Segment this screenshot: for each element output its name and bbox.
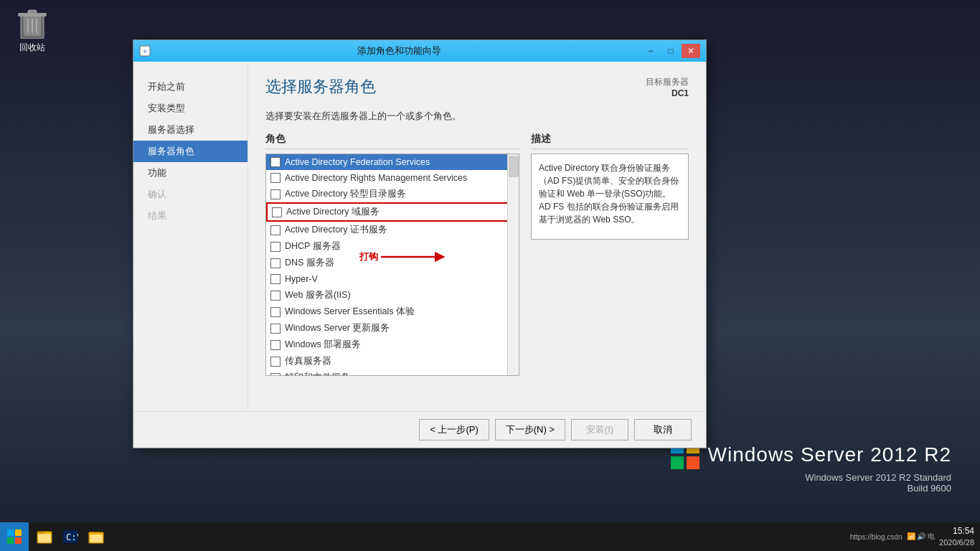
role-item-hyperv[interactable]: Hyper-V xyxy=(266,271,519,287)
role-label-wds: Windows 部署服务 xyxy=(285,339,361,351)
desc-column-header: 描述 xyxy=(531,133,689,149)
svg-rect-3 xyxy=(28,10,37,14)
dialog-title: 添加角色和功能向导 xyxy=(156,44,641,57)
next-button[interactable]: 下一步(N) > xyxy=(495,419,565,441)
install-button[interactable]: 安装(I) xyxy=(571,419,628,441)
win-branding: Windows Server 2012 R2 Windows Server 20… xyxy=(671,441,951,494)
scrollbar[interactable] xyxy=(507,154,519,375)
target-server-name: DC1 xyxy=(646,88,689,98)
nav-item-features[interactable]: 功能 xyxy=(133,162,248,184)
role-item-print[interactable]: 打印和文件服务 xyxy=(266,369,519,375)
nav-item-install-type[interactable]: 安装类型 xyxy=(133,98,248,119)
role-checkbox-adrms[interactable] xyxy=(270,173,281,183)
roles-column-header: 角色 xyxy=(265,133,519,149)
role-item-wse[interactable]: Windows Server Essentials 体验 xyxy=(266,303,519,320)
target-server-label: 目标服务器 xyxy=(646,76,689,88)
role-item-adlds[interactable]: Active Directory 轻型目录服务 xyxy=(266,186,519,202)
role-label-adcs: Active Directory 证书服务 xyxy=(285,224,387,236)
role-label-adfs: Active Directory Federation Services xyxy=(285,157,430,167)
role-checkbox-dns[interactable] xyxy=(270,258,281,268)
nav-item-start[interactable]: 开始之前 xyxy=(133,76,248,98)
cancel-button[interactable]: 取消 xyxy=(634,419,692,441)
taskbar-url: https://blog.csdn xyxy=(850,533,903,541)
annotation: 打钩 xyxy=(359,250,446,264)
annotation-text: 打钩 xyxy=(359,250,378,263)
taskbar-icon-explorer[interactable] xyxy=(32,522,57,551)
close-button[interactable]: ✕ xyxy=(682,44,700,58)
svg-text:C:\: C:\ xyxy=(66,532,78,542)
nav-item-confirm: 确认 xyxy=(133,184,248,205)
maximize-button[interactable]: □ xyxy=(661,44,680,58)
nav-item-server-select[interactable]: 服务器选择 xyxy=(133,119,248,141)
win-server-subtitle2: Build 9600 xyxy=(671,483,951,494)
role-label-adds: Active Directory 域服务 xyxy=(286,206,380,218)
role-checkbox-fax[interactable] xyxy=(270,357,281,367)
minimize-button[interactable]: − xyxy=(641,44,660,58)
role-label-wsus: Windows Server 更新服务 xyxy=(285,322,390,334)
role-label-hyperv: Hyper-V xyxy=(285,274,318,284)
role-checkbox-wse[interactable] xyxy=(270,307,281,317)
taskbar-date: 2020/6/28 xyxy=(939,537,974,548)
role-item-wsus[interactable]: Windows Server 更新服务 xyxy=(266,320,519,336)
role-item-adrms[interactable]: Active Directory Rights Management Servi… xyxy=(266,170,519,186)
main-content: 选择服务器角色 目标服务器 DC1 选择要安装在所选服务器上的一个或多个角色。 … xyxy=(248,62,706,411)
role-checkbox-hyperv[interactable] xyxy=(270,274,281,284)
role-item-adcs[interactable]: Active Directory 证书服务 xyxy=(266,222,519,238)
role-checkbox-adds[interactable] xyxy=(272,207,282,217)
page-header: 选择服务器角色 目标服务器 DC1 xyxy=(265,76,689,98)
win-server-subtitle1: Windows Server 2012 R2 Standard xyxy=(671,472,951,483)
role-checkbox-adcs[interactable] xyxy=(270,225,281,235)
prev-button[interactable]: < 上一步(P) xyxy=(419,419,489,441)
role-label-adrms: Active Directory Rights Management Servi… xyxy=(285,173,467,183)
taskbar-icon-terminal[interactable]: C:\ xyxy=(57,522,83,551)
dialog-window: + 添加角色和功能向导 − □ ✕ 开始之前 安装类型 服务器选择 服务器角色 … xyxy=(133,39,707,448)
role-checkbox-iis[interactable] xyxy=(270,291,281,301)
svg-rect-10 xyxy=(687,456,699,469)
desc-text: Active Directory 联合身份验证服务（AD FS)提供简单、安全的… xyxy=(531,154,689,240)
dialog-icon: + xyxy=(139,45,151,57)
role-label-adlds: Active Directory 轻型目录服务 xyxy=(285,188,406,200)
win-server-title: Windows Server 2012 R2 xyxy=(708,443,951,466)
role-checkbox-wsus[interactable] xyxy=(270,324,281,334)
desktop: 回收站 Windows Server 2012 R2 Windows Serve… xyxy=(0,0,980,551)
nav-item-server-roles[interactable]: 服务器角色 xyxy=(133,141,248,162)
role-label-fax: 传真服务器 xyxy=(285,355,331,367)
role-checkbox-adlds[interactable] xyxy=(270,189,281,199)
taskbar-system-info: 📶 🔊 电 xyxy=(907,532,936,542)
page-description: 选择要安装在所选服务器上的一个或多个角色。 xyxy=(265,110,689,123)
content-columns: 角色 Active Directory Federation Services xyxy=(265,133,689,389)
role-item-wds[interactable]: Windows 部署服务 xyxy=(266,336,519,353)
taskbar-icons: C:\ xyxy=(32,522,109,551)
role-label-wse: Windows Server Essentials 体验 xyxy=(285,306,415,318)
taskbar-time: 15:54 xyxy=(939,525,974,537)
svg-rect-9 xyxy=(671,456,684,469)
svg-rect-17 xyxy=(38,534,51,542)
start-icon xyxy=(7,529,22,544)
role-checkbox-adfs[interactable] xyxy=(270,157,281,167)
role-label-dhcp: DHCP 服务器 xyxy=(285,240,341,253)
desc-section: 描述 Active Directory 联合身份验证服务（AD FS)提供简单、… xyxy=(531,133,689,389)
role-checkbox-wds[interactable] xyxy=(270,340,281,350)
role-label-dns: DNS 服务器 xyxy=(285,257,334,269)
svg-rect-22 xyxy=(90,534,103,542)
start-button[interactable] xyxy=(0,522,29,551)
role-label-iis: Web 服务器(IIS) xyxy=(285,289,351,301)
nav-item-results: 结果 xyxy=(133,205,248,227)
page-title: 选择服务器角色 xyxy=(265,76,376,98)
role-item-fax[interactable]: 传真服务器 xyxy=(266,353,519,369)
target-server-info: 目标服务器 DC1 xyxy=(646,76,689,98)
role-checkbox-print[interactable] xyxy=(270,373,281,376)
left-nav: 开始之前 安装类型 服务器选择 服务器角色 功能 确认 结果 xyxy=(133,62,248,411)
role-label-print: 打印和文件服务 xyxy=(285,372,350,375)
recycle-bin-icon[interactable]: 回收站 xyxy=(11,7,54,54)
roles-list[interactable]: Active Directory Federation Services Act… xyxy=(266,154,519,375)
role-item-adds[interactable]: Active Directory 域服务 xyxy=(266,202,519,222)
recycle-bin-label: 回收站 xyxy=(19,42,45,54)
taskbar-icon-folder[interactable] xyxy=(83,522,109,551)
role-item-iis[interactable]: Web 服务器(IIS) xyxy=(266,287,519,303)
role-item-adfs[interactable]: Active Directory Federation Services xyxy=(266,154,519,170)
svg-text:+: + xyxy=(143,47,147,55)
taskbar: C:\ https://blog.csdn 📶 🔊 电 15:54 2020/6… xyxy=(0,522,980,551)
role-checkbox-dhcp[interactable] xyxy=(270,242,281,252)
taskbar-right: https://blog.csdn 📶 🔊 电 15:54 2020/6/28 xyxy=(850,525,980,548)
